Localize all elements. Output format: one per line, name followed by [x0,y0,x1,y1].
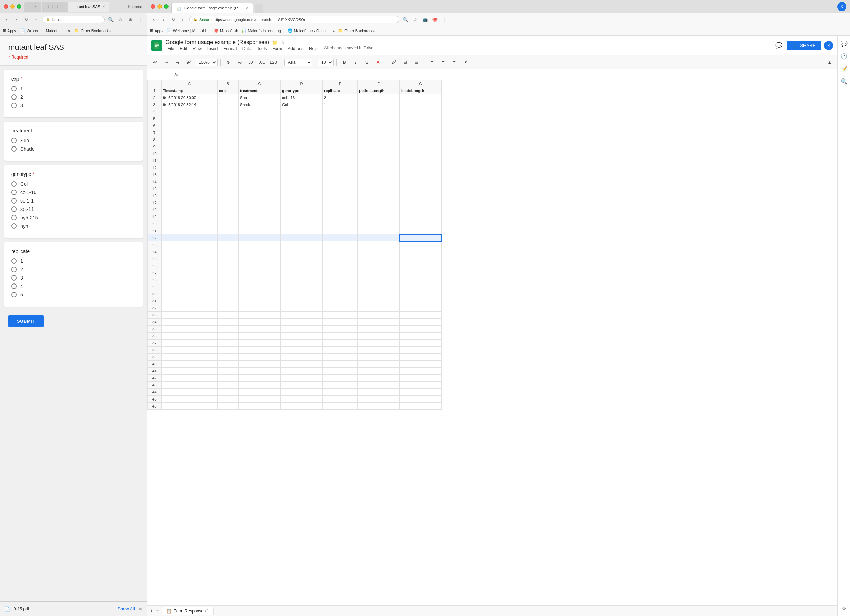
table-cell[interactable] [162,269,218,277]
table-cell[interactable] [281,122,323,129]
radio-genotype-hy5-215[interactable]: hy5-215 [11,215,136,220]
table-cell[interactable] [281,277,323,284]
table-cell[interactable]: 9/15/2018 20:30:00 [162,94,218,101]
table-cell[interactable] [358,375,400,381]
add-sheet-button[interactable]: + [150,608,153,614]
table-cell[interactable] [400,311,442,318]
tab-close-icon[interactable]: ✕ [245,6,248,10]
menu-data[interactable]: Data [240,46,253,52]
table-cell[interactable] [281,318,323,326]
table-cell[interactable] [218,235,239,241]
bookmark-welcome[interactable]: 📄 Welcome | Maloof L... [20,28,64,33]
bookmark-welcome-right[interactable]: 📄 Welcome | Maloof L... [167,28,210,33]
table-cell[interactable] [239,157,281,164]
row-num[interactable]: 21 [148,227,162,235]
table-cell[interactable] [239,256,281,262]
table-cell[interactable] [239,326,281,332]
table-cell[interactable] [162,192,218,199]
corner-cell[interactable] [148,80,162,87]
row-num[interactable]: 41 [148,368,162,375]
table-cell[interactable] [358,311,400,318]
row-num[interactable]: 29 [148,284,162,290]
row-num[interactable]: 4 [148,108,162,115]
more-toolbar[interactable]: ▾ [461,57,471,67]
table-cell[interactable] [281,368,323,375]
table-cell[interactable] [218,178,239,185]
table-cell[interactable] [281,381,323,389]
table-cell[interactable] [358,115,400,122]
row-num[interactable]: 35 [148,326,162,332]
table-cell[interactable] [162,381,218,389]
row-num[interactable]: 10 [148,150,162,157]
row-num[interactable]: 13 [148,171,162,178]
table-cell[interactable] [239,402,281,410]
table-cell[interactable] [323,199,358,206]
table-cell[interactable] [323,311,358,318]
inactive-tab[interactable] [255,4,263,13]
table-cell[interactable] [239,368,281,375]
header-cell-6[interactable]: petioleLength [358,87,400,94]
table-cell[interactable] [218,248,239,256]
row-num[interactable]: 40 [148,360,162,368]
table-cell[interactable] [358,214,400,220]
bookmark-button[interactable]: ☆ [117,16,124,24]
table-cell[interactable] [281,199,323,206]
row-num[interactable]: 15 [148,185,162,192]
table-cell[interactable] [281,206,323,214]
row-num[interactable]: 17 [148,199,162,206]
table-cell[interactable] [323,368,358,375]
row-num[interactable]: 37 [148,339,162,347]
radio-button[interactable] [11,223,17,229]
row-num[interactable]: 14 [148,178,162,185]
table-cell[interactable] [162,396,218,402]
table-cell[interactable] [358,108,400,115]
col-header-a[interactable]: A [162,80,218,87]
table-cell[interactable] [281,235,323,241]
table-cell[interactable] [281,339,323,347]
row-num[interactable]: 39 [148,354,162,360]
table-cell[interactable] [239,115,281,122]
table-cell[interactable] [323,326,358,332]
radio-button[interactable] [11,103,17,108]
radio-genotype-hyh[interactable]: hyh [11,223,136,229]
table-cell[interactable] [400,143,442,150]
table-cell[interactable] [239,136,281,143]
table-cell[interactable] [162,241,218,248]
table-cell[interactable] [162,402,218,410]
table-cell[interactable] [323,235,358,241]
radio-treatment-shade[interactable]: Shade [11,146,136,152]
radio-exp-2[interactable]: 2 [11,94,136,100]
table-cell[interactable] [400,94,442,101]
table-cell[interactable] [239,143,281,150]
bold-button[interactable]: B [340,57,349,67]
row-num[interactable]: 1 [148,87,162,94]
table-cell[interactable] [218,171,239,178]
radio-genotype-coi1-1[interactable]: coi1-1 [11,198,136,203]
table-cell[interactable] [281,269,323,277]
table-cell[interactable] [218,143,239,150]
table-cell[interactable] [358,277,400,284]
table-cell[interactable]: 1 [323,101,358,108]
table-cell[interactable] [400,164,442,171]
table-cell[interactable] [239,311,281,318]
increase-decimal-button[interactable]: .00 [257,57,267,67]
history-icon[interactable]: 🕐 [839,51,849,61]
table-cell[interactable] [358,136,400,143]
table-cell[interactable] [323,164,358,171]
table-cell[interactable] [400,269,442,277]
menu-button[interactable]: ⋮ [136,16,144,24]
table-cell[interactable] [218,389,239,396]
row-num[interactable]: 6 [148,122,162,129]
table-cell[interactable] [323,136,358,143]
table-cell[interactable] [358,199,400,206]
redo-button[interactable]: ↪ [161,57,171,67]
table-cell[interactable] [218,192,239,199]
menu-addons[interactable]: Add-ons [286,46,305,52]
table-cell[interactable] [239,375,281,381]
table-cell[interactable] [400,157,442,164]
table-cell[interactable] [400,115,442,122]
table-cell[interactable] [218,298,239,305]
table-cell[interactable] [162,262,218,269]
table-cell[interactable] [218,277,239,284]
table-cell[interactable] [323,220,358,227]
